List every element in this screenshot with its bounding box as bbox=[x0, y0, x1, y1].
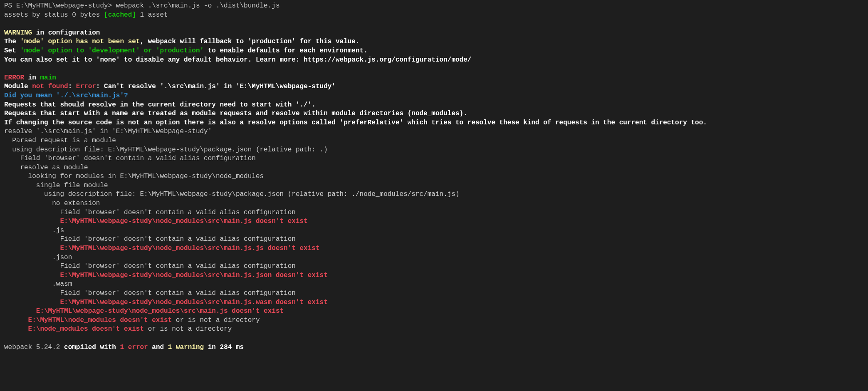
resolve-error-line: E:\MyHTML\webpage-study\node_modules\src… bbox=[4, 307, 284, 315]
error-line-5: If changing the source code is not an op… bbox=[4, 119, 707, 126]
resolve-error-line: E:\MyHTML\webpage-study\node_modules\src… bbox=[4, 299, 328, 306]
error-line-1: Module not found: Error: Can't resolve '… bbox=[4, 83, 336, 90]
resolve-line: no extension bbox=[4, 200, 100, 207]
resolve-line: resolve '.\src\main.js' in 'E:\MyHTML\we… bbox=[4, 128, 212, 135]
resolve-line: looking for modules in E:\MyHTML\webpage… bbox=[4, 173, 264, 180]
compile-summary: webpack 5.24.2 compiled with 1 error and… bbox=[4, 344, 244, 351]
error-line-4: Requests that start with a name are trea… bbox=[4, 110, 467, 117]
resolve-line: .json bbox=[4, 254, 72, 261]
terminal-output[interactable]: PS E:\MyHTML\webpage-study> webpack .\sr… bbox=[0, 0, 868, 355]
assets-line: assets by status 0 bytes [cached] 1 asse… bbox=[4, 11, 168, 19]
resolve-line: E:\node_modules doesn't exist or is not … bbox=[4, 325, 232, 333]
resolve-error-line: E:\MyHTML\webpage-study\node_modules\src… bbox=[4, 218, 308, 225]
error-header: ERROR in main bbox=[4, 74, 56, 82]
resolve-line: Field 'browser' doesn't contain a valid … bbox=[4, 209, 296, 216]
cached-tag: [cached] bbox=[104, 11, 136, 19]
error-count: 1 error bbox=[120, 344, 148, 351]
warning-header: WARNING in configuration bbox=[4, 29, 100, 37]
resolve-line: Parsed request is a module bbox=[4, 137, 116, 144]
resolve-line: Field 'browser' doesn't contain a valid … bbox=[4, 262, 296, 270]
resolve-line: Field 'browser' doesn't contain a valid … bbox=[4, 235, 296, 243]
resolve-error-line: E:\MyHTML\webpage-study\node_modules\src… bbox=[4, 245, 320, 252]
resolve-line: resolve as module bbox=[4, 164, 88, 171]
resolve-line: .wasm bbox=[4, 280, 72, 288]
prompt-command: webpack .\src\main.js -o .\dist\bundle.j… bbox=[112, 2, 279, 10]
warning-label: WARNING bbox=[4, 29, 32, 37]
resolve-error-line: E:\MyHTML\webpage-study\node_modules\src… bbox=[4, 272, 328, 279]
prompt-cwd: PS E:\MyHTML\webpage-study> bbox=[4, 2, 112, 10]
resolve-line: E:\MyHTML\node_modules doesn't exist or … bbox=[4, 317, 260, 324]
resolve-line: .js bbox=[4, 227, 64, 234]
error-line-3: Requests that should resolve in the curr… bbox=[4, 101, 316, 109]
resolve-line: single file module bbox=[4, 182, 108, 189]
error-suggestion: Did you mean './.\src\main.js'? bbox=[4, 92, 128, 99]
error-label: ERROR bbox=[4, 74, 24, 82]
warning-line-2: Set 'mode' option to 'development' or 'p… bbox=[4, 47, 368, 54]
prompt-line: PS E:\MyHTML\webpage-study> webpack .\sr… bbox=[4, 2, 280, 10]
resolve-line: using description file: E:\MyHTML\webpag… bbox=[4, 146, 328, 153]
resolve-line: Field 'browser' doesn't contain a valid … bbox=[4, 155, 256, 162]
warning-line-3: You can also set it to 'none' to disable… bbox=[4, 56, 471, 64]
warning-line-1: The 'mode' option has not been set, webp… bbox=[4, 38, 360, 45]
resolve-line: Field 'browser' doesn't contain a valid … bbox=[4, 290, 296, 297]
warning-count: 1 warning bbox=[168, 344, 204, 351]
resolve-line: using description file: E:\MyHTML\webpag… bbox=[4, 191, 460, 198]
